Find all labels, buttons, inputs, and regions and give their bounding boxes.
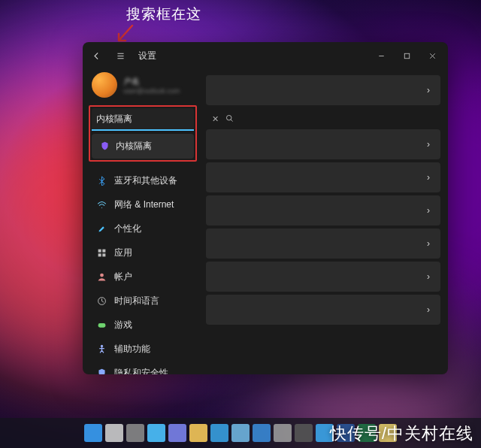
svg-point-9 xyxy=(100,345,102,347)
svg-rect-3 xyxy=(102,250,105,253)
taskbar-chat-icon[interactable] xyxy=(168,424,186,442)
sidebar-item-privacy[interactable]: 隐私和安全性 xyxy=(89,362,197,374)
svg-rect-8 xyxy=(98,323,105,328)
profile-email: user@outlook.com xyxy=(123,87,180,95)
taskbar-store-icon[interactable] xyxy=(231,424,250,442)
taskbar-search-icon[interactable] xyxy=(105,424,123,442)
svg-rect-5 xyxy=(102,253,105,256)
svg-rect-4 xyxy=(98,253,101,256)
sidebar-item-bluetooth[interactable]: 蓝牙和其他设备 xyxy=(89,169,197,192)
sidebar: 户名 user@outlook.com ✕ 内核隔离 xyxy=(83,69,203,374)
sidebar-item-accessibility[interactable]: 辅助功能 xyxy=(89,338,197,361)
nav-list: 蓝牙和其他设备网络 & Internet个性化应用帐户时间和语言游戏辅助功能隐私… xyxy=(89,169,197,374)
clock-icon xyxy=(96,296,107,307)
content-panel: ››››››› xyxy=(203,69,448,374)
sidebar-item-label: 个性化 xyxy=(114,222,141,235)
svg-rect-2 xyxy=(98,250,101,253)
shield-icon xyxy=(96,368,107,375)
sidebar-item-label: 蓝牙和其他设备 xyxy=(114,174,177,187)
sidebar-item-label: 帐户 xyxy=(114,271,132,283)
sidebar-item-label: 网络 & Internet xyxy=(114,198,174,211)
profile-name: 户名 xyxy=(123,76,180,87)
chevron-right-icon: › xyxy=(427,304,430,315)
annotation-label: 搜索框在这 xyxy=(126,5,201,24)
minimize-button[interactable] xyxy=(368,45,394,66)
sidebar-item-gaming[interactable]: 游戏 xyxy=(89,313,197,337)
settings-card[interactable]: › xyxy=(206,262,440,292)
taskbar-explorer-icon[interactable] xyxy=(189,424,207,442)
sidebar-item-time[interactable]: 时间和语言 xyxy=(89,289,197,313)
search-box[interactable]: ✕ xyxy=(92,108,194,131)
sidebar-item-personalization[interactable]: 个性化 xyxy=(89,217,197,241)
sidebar-item-label: 隐私和安全性 xyxy=(114,367,168,374)
wifi-icon xyxy=(96,200,107,210)
svg-rect-0 xyxy=(404,53,410,59)
settings-card[interactable]: › xyxy=(206,195,440,226)
sidebar-item-accounts[interactable]: 帐户 xyxy=(89,265,197,289)
chevron-right-icon: › xyxy=(427,85,430,95)
shield-icon xyxy=(99,141,110,152)
taskbar-start-icon[interactable] xyxy=(84,424,102,442)
taskbar-taskview-icon[interactable] xyxy=(126,424,144,442)
apps-icon xyxy=(96,248,107,259)
chevron-right-icon: › xyxy=(427,172,430,183)
sidebar-item-label: 应用 xyxy=(114,247,132,259)
settings-card[interactable]: › xyxy=(206,229,440,259)
sidebar-item-label: 时间和语言 xyxy=(114,295,159,307)
game-icon xyxy=(96,320,107,331)
settings-card[interactable]: › xyxy=(206,162,440,192)
sidebar-item-label: 游戏 xyxy=(114,319,132,331)
avatar xyxy=(92,72,117,98)
search-suggestion[interactable]: 内核隔离 xyxy=(92,134,194,159)
titlebar: 设置 xyxy=(83,42,448,69)
close-button[interactable] xyxy=(419,45,445,66)
chevron-right-icon: › xyxy=(427,271,430,282)
window-title: 设置 xyxy=(138,50,156,62)
chevron-right-icon: › xyxy=(427,139,430,150)
access-icon xyxy=(96,344,107,355)
svg-point-6 xyxy=(100,274,104,277)
bluetooth-icon xyxy=(96,176,107,186)
search-highlight: ✕ 内核隔离 xyxy=(89,105,197,162)
menu-button[interactable] xyxy=(110,45,131,66)
chevron-right-icon: › xyxy=(427,238,430,249)
search-input[interactable] xyxy=(96,114,209,124)
sidebar-item-label: 辅助功能 xyxy=(114,343,150,356)
taskbar-mail-icon[interactable] xyxy=(253,424,271,442)
taskbar-terminal-icon[interactable] xyxy=(295,424,313,442)
brush-icon xyxy=(96,224,107,235)
watermark: 快传号/中关村在线 xyxy=(330,422,473,445)
settings-card[interactable]: › xyxy=(206,75,440,105)
taskbar-edge-icon[interactable] xyxy=(210,424,228,442)
taskbar-settings-icon[interactable] xyxy=(274,424,292,442)
settings-card[interactable]: › xyxy=(206,295,440,325)
maximize-button[interactable] xyxy=(394,45,419,66)
sidebar-item-network[interactable]: 网络 & Internet xyxy=(89,193,197,216)
suggestion-label: 内核隔离 xyxy=(116,140,152,153)
settings-card[interactable]: › xyxy=(206,129,440,159)
person-icon xyxy=(96,272,107,283)
chevron-right-icon: › xyxy=(427,205,430,216)
settings-window: 设置 户名 user@outlook.com xyxy=(83,42,448,374)
back-button[interactable] xyxy=(86,45,107,66)
profile-block[interactable]: 户名 user@outlook.com xyxy=(89,71,197,105)
sidebar-item-apps[interactable]: 应用 xyxy=(89,241,197,265)
taskbar-widgets-icon[interactable] xyxy=(147,424,165,442)
